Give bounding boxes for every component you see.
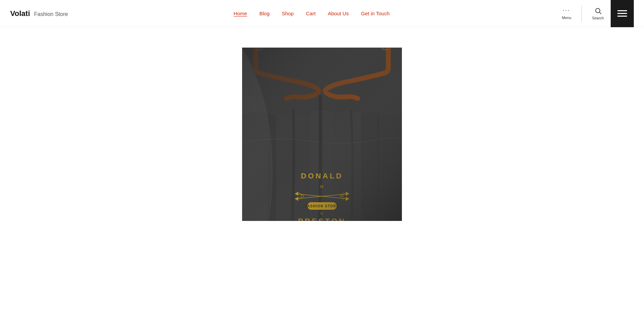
nav-cart[interactable]: Cart <box>306 11 316 16</box>
svg-line-1 <box>599 12 601 14</box>
shirt-mockup-svg: DONALD M <box>242 48 402 221</box>
hamburger-line-3 <box>617 16 627 17</box>
header-divider <box>581 5 582 22</box>
main-content: DONALD M <box>0 27 644 326</box>
menu-label: Menu <box>562 16 572 20</box>
nav-about[interactable]: About Us <box>328 11 349 16</box>
hamburger-line-2 <box>617 13 627 14</box>
header: Volati Fashion Store Home Blog Shop Cart… <box>0 0 644 27</box>
header-actions: ··· Menu Search <box>555 0 634 27</box>
svg-point-0 <box>595 8 600 13</box>
hamburger-button[interactable] <box>611 0 634 27</box>
logo-subtitle: Fashion Store <box>34 11 68 17</box>
nav-shop[interactable]: Shop <box>282 11 294 16</box>
nav-contact[interactable]: Get in Touch <box>361 11 390 16</box>
main-nav: Home Blog Shop Cart About Us Get in Touc… <box>234 11 390 17</box>
menu-button[interactable]: ··· Menu <box>555 4 578 23</box>
nav-home[interactable]: Home <box>234 11 247 17</box>
search-label: Search <box>592 16 604 20</box>
menu-dots-icon: ··· <box>563 7 571 14</box>
logo-volati[interactable]: Volati <box>10 9 30 18</box>
logo-area: Volati Fashion Store <box>10 9 68 18</box>
product-image: DONALD M <box>242 48 402 221</box>
nav-blog[interactable]: Blog <box>259 11 270 16</box>
search-icon <box>594 7 602 15</box>
hamburger-line-1 <box>617 10 627 11</box>
search-button[interactable]: Search <box>585 4 611 23</box>
